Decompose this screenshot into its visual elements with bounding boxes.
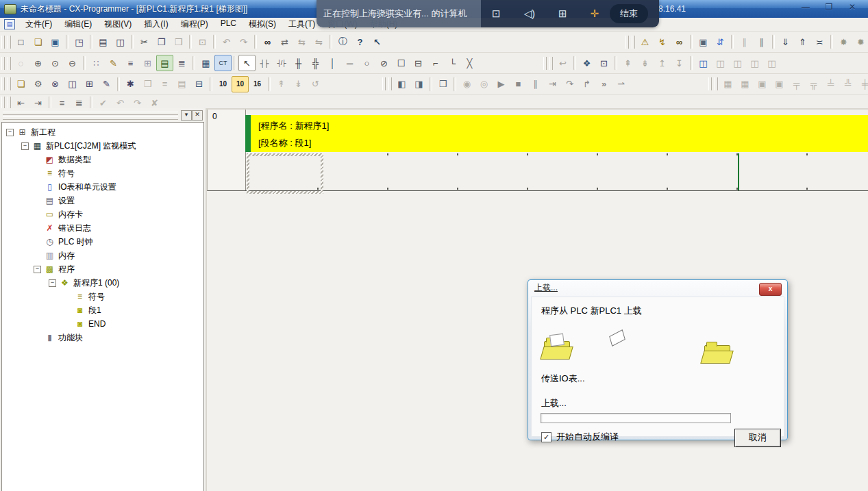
insert-rung-icon[interactable]: ↩ xyxy=(554,55,571,71)
menu-simulation[interactable]: 模拟(S) xyxy=(243,17,282,32)
about-icon[interactable]: ⓘ xyxy=(334,34,351,50)
cut-icon[interactable]: ✂ xyxy=(136,34,153,50)
vertical-line-icon[interactable]: │ xyxy=(324,55,341,71)
pause-icon[interactable]: ∥ xyxy=(753,34,770,50)
new-or-contact-icon[interactable]: ╫ xyxy=(290,55,307,71)
zoom-100-icon[interactable]: ⊙ xyxy=(47,55,64,71)
dialog-close-button[interactable]: x xyxy=(759,283,782,296)
pane-watch-icon[interactable]: ◫ xyxy=(712,55,729,71)
cross-reference-icon[interactable]: ⊗ xyxy=(47,76,64,92)
watch-pair-icon[interactable]: ◫ xyxy=(64,76,81,92)
set-diff-up-icon[interactable]: ⇞ xyxy=(619,55,636,71)
sidebar-item-settings[interactable]: ▤ 设置 xyxy=(3,194,203,207)
new-closed-or-contact-icon[interactable]: ╬ xyxy=(307,55,324,71)
menu-view[interactable]: 视图(V) xyxy=(98,17,138,32)
sidebar-item-program1-symbols[interactable]: ≡ 符号 xyxy=(3,290,203,303)
sim-pause-icon[interactable]: ∥ xyxy=(527,76,544,92)
breakpoint-clear-icon[interactable]: ◎ xyxy=(475,76,493,92)
sidebar-item-plc1[interactable]: − ▦ 新PLC1[CJ2M] 监视模式 xyxy=(3,139,203,153)
find-next-icon[interactable]: ⇋ xyxy=(310,34,327,50)
panel-header[interactable]: ▾ ✕ xyxy=(3,110,203,120)
copy-icon[interactable]: ❐ xyxy=(153,34,170,50)
monitor-grid-1-icon[interactable]: ▦ xyxy=(719,76,736,92)
sim-stop-icon[interactable]: ■ xyxy=(510,76,527,92)
step-over-icon[interactable]: ↷ xyxy=(561,76,578,92)
set-no-update-icon[interactable]: ↧ xyxy=(671,55,688,71)
pane-diff-down-icon[interactable]: ◫ xyxy=(746,55,763,71)
decimal-view-icon[interactable]: 10 xyxy=(214,76,232,92)
rail-mid-icon[interactable]: ╦ xyxy=(805,76,822,92)
fb-invocation-icon[interactable]: ⌐ xyxy=(427,55,444,71)
menu-program[interactable]: 编程(P) xyxy=(175,17,214,32)
new-closed-coil-icon[interactable]: ⊘ xyxy=(375,55,393,71)
smart-input-icon[interactable]: ▦ xyxy=(197,55,214,71)
force-set-icon[interactable]: ✸ xyxy=(835,34,852,50)
set-immediate-icon[interactable]: ↥ xyxy=(654,55,671,71)
select-tool-icon[interactable]: ↖ xyxy=(238,55,256,71)
breakpoint-set-icon[interactable]: ◉ xyxy=(458,76,475,92)
zoom-fit-icon[interactable]: ◌ xyxy=(12,55,29,71)
ladder-grid-row[interactable] xyxy=(245,152,868,191)
transfer-program-icon[interactable]: ⇵ xyxy=(712,34,729,50)
new-diff-instruction-icon[interactable]: ⊟ xyxy=(410,55,427,71)
download-to-plc-icon[interactable]: ⇓ xyxy=(777,34,794,50)
work-online-icon[interactable]: ⚠ xyxy=(636,34,654,50)
auto-decompile-checkbox[interactable]: ✓ xyxy=(541,432,551,442)
program-check-icon[interactable]: ◳ xyxy=(71,34,88,50)
restore-button[interactable]: ❐ xyxy=(823,2,835,12)
delete-line-icon[interactable]: ╳ xyxy=(461,55,478,71)
pane-check-icon[interactable]: ◫ xyxy=(763,55,780,71)
io-window-icon[interactable]: ⊞ xyxy=(81,76,98,92)
sim-run-icon[interactable]: ▶ xyxy=(493,76,510,92)
address-trace-icon[interactable]: ↺ xyxy=(307,76,324,92)
watch-sheet-icon[interactable]: ▤ xyxy=(173,76,190,92)
menu-edit[interactable]: 编辑(E) xyxy=(58,17,98,32)
sidebar-item-function-blocks[interactable]: ▮ 功能块 xyxy=(3,331,203,344)
comment-list-icon[interactable]: ≡ xyxy=(122,55,139,71)
new-instruction-icon[interactable]: ☐ xyxy=(393,55,410,71)
sidebar-item-io-table[interactable]: ▯ IO表和单元设置 xyxy=(3,180,203,194)
rung-annotation-icon[interactable]: ⊞ xyxy=(139,55,156,71)
new-contact-icon[interactable]: ┤├ xyxy=(256,55,273,71)
sidebar-item-section1[interactable]: ◙ 段1 xyxy=(3,303,203,317)
sim-online-icon[interactable]: ◧ xyxy=(393,76,410,92)
selected-cell[interactable] xyxy=(247,153,323,194)
monitor-grid-2-icon[interactable]: ▦ xyxy=(736,76,754,92)
print-icon[interactable]: ▤ xyxy=(95,34,112,50)
output-window-icon[interactable]: ≡ xyxy=(156,76,173,92)
remote-pin-icon[interactable]: ✛ xyxy=(591,8,599,20)
help-icon[interactable]: ? xyxy=(351,34,369,50)
tree-expander[interactable]: − xyxy=(49,279,56,287)
set-diff-down-icon[interactable]: ⇟ xyxy=(636,55,654,71)
go-to-next-jump-icon[interactable]: ↡ xyxy=(290,76,307,92)
minimize-button[interactable]: — xyxy=(799,2,812,12)
rail-cross-icon[interactable]: ╪ xyxy=(856,76,868,92)
context-help-icon[interactable]: ↖ xyxy=(369,34,386,50)
paste-icon[interactable]: ❒ xyxy=(170,34,187,50)
end-remote-button[interactable]: 结束 xyxy=(610,4,648,23)
address-reference-icon[interactable]: ❖ xyxy=(578,55,595,71)
menu-plc[interactable]: PLC xyxy=(214,17,243,32)
panel-close-button[interactable]: ✕ xyxy=(192,110,203,121)
menu-insert[interactable]: 插入(I) xyxy=(138,17,174,32)
online-edit-icon[interactable]: ▣ xyxy=(695,34,712,50)
menu-tools[interactable]: 工具(T) xyxy=(282,17,321,32)
replace-icon[interactable]: ⇄ xyxy=(276,34,293,50)
monitor-colors-icon[interactable]: ▤ xyxy=(156,55,173,71)
incremental-copy-icon[interactable]: ⊡ xyxy=(595,55,612,71)
sidebar-item-symbols[interactable]: ≡ 符号 xyxy=(3,166,203,180)
print-preview-icon[interactable]: ◫ xyxy=(112,34,129,50)
panel-dropdown-button[interactable]: ▾ xyxy=(181,110,192,121)
undo-icon[interactable]: ↶ xyxy=(218,34,235,50)
tree-expander[interactable]: − xyxy=(21,142,29,150)
transfer-options-icon[interactable]: ❒ xyxy=(139,76,156,92)
io-comment-view-icon[interactable]: CT xyxy=(214,55,232,71)
zoom-in-icon[interactable]: ⊕ xyxy=(29,55,47,71)
zoom-out-icon[interactable]: ⊖ xyxy=(64,55,81,71)
mdi-child-icon[interactable]: ▤ xyxy=(4,19,15,29)
sidebar-item-memory-card[interactable]: ▭ 内存卡 xyxy=(3,207,203,221)
sidebar-item-new-project[interactable]: − ⊞ 新工程 xyxy=(3,125,203,139)
new-file-icon[interactable]: □ xyxy=(12,34,29,50)
menu-file[interactable]: 文件(F) xyxy=(19,17,58,32)
force-reset-icon[interactable]: ✹ xyxy=(852,34,868,50)
